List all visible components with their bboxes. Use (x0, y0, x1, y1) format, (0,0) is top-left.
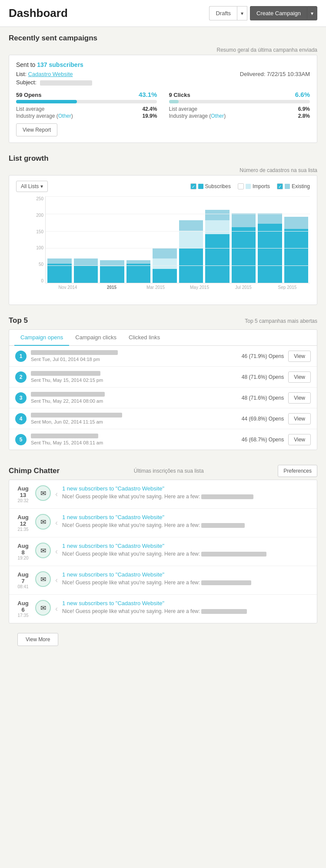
existing-checkbox[interactable]: ✓ (277, 183, 283, 189)
create-campaign-button[interactable]: Create Campaign (250, 6, 307, 20)
top5-date-2: Sent Thu, May 15, 2014 02:15 pm (31, 378, 237, 383)
all-lists-button[interactable]: All Lists ▾ (16, 181, 48, 192)
chatter-link-3[interactable]: 1 new subscribers to "Cadastro Website" (62, 543, 164, 549)
chatter-icon-4: ✉ (35, 571, 51, 587)
clicks-industry-link[interactable]: Other (211, 113, 224, 119)
subscribes-checkbox[interactable]: ✓ (190, 183, 196, 189)
bar-chart: 250 200 150 100 50 0 (16, 196, 310, 299)
top5-view-btn-1[interactable]: View (288, 351, 311, 362)
subscribes-color (198, 184, 203, 189)
opens-industry-link[interactable]: Other (58, 113, 71, 119)
chatter-arrow-3: ‹ (55, 547, 58, 556)
chatter-item-3: Aug 8 19:20 ✉ ‹ 1 new subscribers to "Ca… (9, 537, 317, 566)
create-campaign-dropdown-arrow[interactable]: ▾ (307, 6, 317, 20)
tab-clicked-links[interactable]: Clicked links (123, 330, 166, 346)
chatter-link-1[interactable]: 1 new subscribers to "Cadastro Website" (62, 485, 164, 492)
chatter-section-header: Chimp Chatter Últimas inscrições na sua … (0, 459, 326, 480)
chatter-date-4: Aug 7 (15, 571, 31, 584)
opens-pct: 43.1% (139, 91, 157, 98)
top5-date-4: Sent Mon, Jun 02, 2014 11:15 am (31, 419, 237, 424)
subscribers-link[interactable]: 137 subscribers (37, 61, 83, 68)
top5-title-blur-3 (31, 392, 105, 397)
imports-color (246, 184, 251, 189)
bar-group-5 (153, 196, 177, 283)
top5-title-blur-2 (31, 371, 100, 376)
bar-group-8 (232, 196, 256, 283)
sent-to-line: Sent to 137 subscribers (16, 61, 310, 68)
page-title: Dashboard (9, 7, 68, 20)
bar-group-3 (100, 196, 124, 283)
top5-title-blur-4 (31, 413, 122, 417)
existing-color (285, 184, 290, 189)
view-report-button[interactable]: View Report (16, 123, 57, 136)
chatter-item-2: Aug 12 21:35 ✉ ‹ 1 new subscribers to "C… (9, 509, 317, 537)
top5-card: Campaign opens Campaign clicks Clicked l… (9, 329, 317, 450)
top5-item-1: 1 Sent Tue, Jul 01, 2014 04:18 pm 46 (71… (9, 346, 317, 367)
top5-view-btn-5[interactable]: View (288, 434, 311, 445)
chatter-text-2: Nice! Guess people like what you're sayi… (62, 522, 200, 528)
top5-tab-bar: Campaign opens Campaign clicks Clicked l… (9, 330, 317, 346)
chart-bars (45, 196, 310, 283)
imports-label: Imports (253, 183, 270, 189)
chatter-date-5: Aug 6 (15, 600, 31, 613)
chatter-icon-2: ✉ (35, 514, 51, 530)
chatter-item-5: Aug 6 17:35 ✉ ‹ 1 new subscribers to "Ca… (9, 595, 317, 623)
chatter-link-4[interactable]: 1 new subscribers to "Cadastro Website" (62, 571, 164, 578)
preferences-button[interactable]: Preferences (278, 465, 317, 477)
subject-label: Subject: (16, 79, 37, 86)
view-more-button[interactable]: View More (17, 633, 58, 646)
top5-item-2: 2 Sent Thu, May 15, 2014 02:15 pm 48 (71… (9, 367, 317, 388)
clicks-progress-bg (169, 100, 310, 103)
legend-imports: Imports (238, 183, 270, 189)
chatter-icon-1: ✉ (35, 485, 51, 501)
imports-checkbox[interactable] (238, 183, 244, 189)
top5-rank-5: 5 (15, 434, 27, 445)
top5-date-3: Sent Thu, May 22, 2014 08:00 am (31, 398, 237, 404)
list-link[interactable]: Cadastro Website (28, 71, 73, 77)
clicks-progress-fill (169, 100, 179, 103)
top5-view-btn-4[interactable]: View (288, 413, 311, 424)
top5-item-3: 3 Sent Thu, May 22, 2014 08:00 am 48 (71… (9, 388, 317, 408)
top5-stats-4: 44 (69.8%) Opens (242, 416, 284, 422)
chatter-blur-3 (201, 552, 266, 557)
drafts-dropdown-arrow[interactable]: ▾ (237, 6, 247, 20)
chatter-text-4: Nice! Guess people like what you're sayi… (62, 580, 200, 586)
opens-industry: 19.9% (142, 113, 157, 119)
opens-progress-fill (16, 100, 77, 103)
top5-date-1: Sent Tue, Jul 01, 2014 04:18 pm (31, 357, 237, 362)
drafts-button[interactable]: Drafts (209, 6, 237, 20)
chatter-item-1: Aug 13 20:32 ✉ ‹ 1 new subscribers to "C… (9, 480, 317, 509)
top5-item-4: 4 Sent Mon, Jun 02, 2014 11:15 am 44 (69… (9, 408, 317, 429)
chatter-item-4: Aug 7 08:41 ✉ ‹ 1 new subscribers to "Ca… (9, 566, 317, 595)
chatter-link-2[interactable]: 1 new subscribers to "Cadastro Website" (62, 514, 164, 520)
y-axis: 250 200 150 100 50 0 (31, 196, 45, 283)
bar-group-9 (258, 196, 282, 283)
campaign-meta-row: List: Cadastro Website Delivered: 7/22/1… (16, 71, 310, 77)
opens-progress-bg (16, 100, 157, 103)
chatter-link-5[interactable]: 1 new subscribers to "Cadastro Website" (62, 600, 164, 606)
clicks-pct: 6.6% (295, 91, 310, 98)
clicks-list-avg-label: List average (169, 106, 197, 112)
chatter-arrow-5: ‹ (55, 604, 58, 613)
chatter-arrow-2: ‹ (55, 518, 58, 527)
chatter-text-1: Nice! Guess people like what you're sayi… (62, 494, 200, 500)
opens-count: 59 Opens (16, 92, 42, 98)
top5-rank-1: 1 (15, 351, 27, 362)
top5-stats-1: 46 (71.9%) Opens (242, 353, 284, 359)
top5-stats-5: 46 (68.7%) Opens (242, 437, 284, 443)
top5-view-btn-2[interactable]: View (288, 371, 311, 383)
tab-campaign-opens[interactable]: Campaign opens (14, 330, 69, 346)
top5-rank-2: 2 (15, 371, 27, 383)
chatter-arrow-1: ‹ (55, 490, 58, 499)
existing-label: Existing (292, 183, 310, 189)
top5-list: 1 Sent Tue, Jul 01, 2014 04:18 pm 46 (71… (9, 346, 317, 450)
chatter-time-1: 20:32 (15, 498, 31, 503)
chatter-time-2: 21:35 (15, 527, 31, 532)
top5-item-5: 5 Sent Thu, May 15, 2014 08:11 am 46 (68… (9, 429, 317, 450)
tab-campaign-clicks[interactable]: Campaign clicks (69, 330, 123, 346)
bar-group-7 (205, 196, 230, 283)
top5-view-btn-3[interactable]: View (288, 392, 311, 404)
chatter-card: Aug 13 20:32 ✉ ‹ 1 new subscribers to "C… (9, 480, 317, 623)
subscribes-label: Subscribes (205, 183, 231, 189)
chatter-blur-4 (201, 580, 251, 585)
